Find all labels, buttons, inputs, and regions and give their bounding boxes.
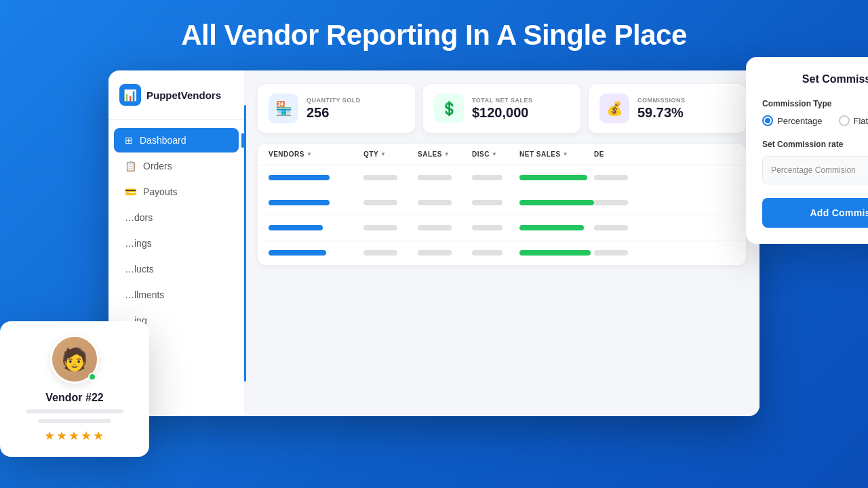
th-vendors[interactable]: VENDORS ▼	[269, 150, 363, 158]
main-content: 🏪 QUANTITY SOLD 256 💲 TOTAL NET SALES $1…	[244, 70, 760, 416]
th-disc[interactable]: DISC ▼	[472, 150, 519, 158]
sidebar-item-label: Payouts	[143, 186, 178, 197]
stat-label-commissions: COMMISSIONS	[637, 97, 735, 104]
vendor-info-line-1	[26, 409, 123, 413]
vendor-info-line-2	[38, 419, 111, 423]
commission-rate-label: Set Commission rate	[762, 140, 868, 149]
sidebar-item-payouts[interactable]: 💳 Payouts	[114, 180, 239, 204]
online-status-dot	[88, 373, 96, 381]
hero-title: All Vendor Reporting In A Single Place	[181, 19, 687, 52]
stat-icon-sales: 💲	[434, 94, 464, 123]
brand-icon: 📊	[119, 84, 141, 106]
table-row	[258, 165, 746, 190]
table-row	[258, 190, 746, 216]
qty-sort-icon: ▼	[380, 151, 386, 157]
radio-circle-flat	[839, 115, 850, 126]
disc-sort-icon: ▼	[492, 151, 497, 157]
stat-value-qty: 256	[307, 105, 404, 121]
table-row	[258, 241, 746, 265]
stat-info-qty: QUANTITY SOLD 256	[307, 97, 404, 121]
table-header: VENDORS ▼ QTY ▼ SALES ▼ DISC ▼ NET SALES	[258, 144, 746, 165]
vendors-sort-icon: ▼	[307, 151, 312, 157]
add-commission-button[interactable]: Add Commision	[762, 198, 868, 228]
dashboard-icon: ⊞	[125, 135, 133, 146]
table-row	[258, 216, 746, 241]
sidebar-item-products-partial: …lucts	[114, 257, 239, 281]
sidebar-item-label: Dashboard	[140, 135, 186, 146]
app-window: 📊 PuppetVendors ⊞ Dashboard 📋 Orders 💳 P…	[108, 70, 760, 416]
stat-card-qty-sold: 🏪 QUANTITY SOLD 256	[258, 84, 415, 133]
radio-flat[interactable]: Flat	[839, 115, 869, 126]
stat-icon-qty: 🏪	[269, 94, 298, 123]
stat-value-sales: $120,000	[472, 105, 570, 121]
stat-info-commissions: COMMISSIONS 59.73%	[637, 97, 735, 121]
brand-name: PuppetVendors	[146, 89, 221, 101]
commissions-panel: Set Commissions Commission Type Percenta…	[746, 57, 868, 244]
vendor-stars: ★★★★★	[44, 428, 105, 443]
th-net-sales[interactable]: NET SALES ▼	[519, 150, 594, 158]
data-table: VENDORS ▼ QTY ▼ SALES ▼ DISC ▼ NET SALES	[258, 144, 746, 265]
sidebar-item-settings-partial: …ings	[114, 231, 239, 256]
sidebar-item-orders[interactable]: 📋 Orders	[114, 154, 239, 178]
th-qty[interactable]: QTY ▼	[363, 150, 418, 158]
sidebar-item-fulfillments-partial: …llments	[114, 283, 239, 307]
radio-group: Percentage Flat	[762, 115, 868, 126]
commission-rate-placeholder: Percentage Commision	[771, 165, 856, 175]
stat-card-net-sales: 💲 TOTAL NET SALES $120,000	[423, 84, 580, 133]
brand: 📊 PuppetVendors	[108, 84, 244, 120]
th-sales[interactable]: SALES ▼	[418, 150, 472, 158]
sidebar-item-vendors-partial: …dors	[114, 205, 239, 230]
panel-title: Set Commissions	[762, 73, 868, 85]
stat-label-qty: QUANTITY SOLD	[307, 97, 404, 104]
stat-value-commissions: 59.73%	[637, 105, 735, 121]
radio-circle-percentage	[762, 115, 773, 126]
commission-type-label: Commission Type	[762, 99, 868, 108]
net-sales-sort-icon: ▼	[563, 151, 568, 157]
stat-label-sales: TOTAL NET SALES	[472, 97, 570, 104]
vendor-card: 🧑 Vendor #22 ★★★★★	[0, 321, 149, 457]
radio-percentage[interactable]: Percentage	[762, 115, 823, 126]
orders-icon: 📋	[125, 161, 136, 171]
vendor-name: Vendor #22	[45, 392, 103, 404]
th-de[interactable]: DE	[594, 150, 648, 158]
stat-icon-commissions: 💰	[599, 94, 629, 123]
payouts-icon: 💳	[125, 186, 136, 197]
sidebar-divider	[244, 105, 246, 382]
commission-rate-input-row[interactable]: Percentage Commision 30% ▲ ▼	[762, 156, 868, 184]
stats-row: 🏪 QUANTITY SOLD 256 💲 TOTAL NET SALES $1…	[258, 84, 746, 133]
sidebar-item-dashboard[interactable]: ⊞ Dashboard	[114, 128, 239, 152]
stat-info-sales: TOTAL NET SALES $120,000	[472, 97, 570, 121]
sidebar-item-label: Orders	[143, 161, 172, 171]
stat-card-commissions: 💰 COMMISSIONS 59.73%	[589, 84, 746, 133]
sales-sort-icon: ▼	[444, 151, 450, 157]
